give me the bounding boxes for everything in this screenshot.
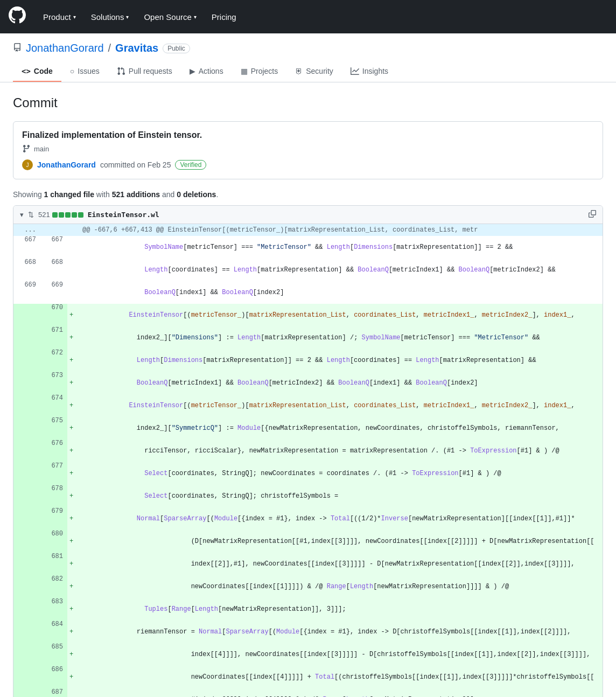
table-row: 681 + index[[2]],#1], newCoordinates[[in… xyxy=(13,553,603,575)
table-row: 669 669 BooleanQ[index1] && BooleanQ[ind… xyxy=(13,281,603,304)
avatar: J xyxy=(22,159,33,170)
line-number-new: 684 xyxy=(40,621,67,643)
line-number-old xyxy=(13,666,40,688)
table-row: 685 + index[[4]]]], newCoordinates[[inde… xyxy=(13,643,603,666)
line-number-new: 675 xyxy=(40,417,67,440)
code-line: Length[coordinates] == Length[matrixRepr… xyxy=(78,259,603,281)
line-number-old xyxy=(13,485,40,507)
insights-icon xyxy=(351,67,359,75)
commit-meta: J JonathanGorard committed on Feb 25 Ver… xyxy=(22,159,594,170)
line-marker: + xyxy=(67,417,78,440)
projects-icon: ▦ xyxy=(241,67,248,75)
line-marker: + xyxy=(67,553,78,575)
table-row: 675 + index2_]["SymmetricQ"] := Module[{… xyxy=(13,417,603,440)
actions-icon: ▶ xyxy=(190,67,195,75)
code-line: ricciTensor, ricciScalar}, newMatrixRepr… xyxy=(78,440,603,462)
diff-hunk-header: ... @@ -667,6 +667,413 @@ EinsteinTensor… xyxy=(13,224,603,236)
line-number-old xyxy=(13,553,40,575)
line-number-new: 683 xyxy=(40,598,67,621)
line-marker: + xyxy=(67,462,78,485)
line-number-new: 679 xyxy=(40,507,67,530)
code-line: index[[2]],#1], newCoordinates[[index[[3… xyxy=(78,553,603,575)
line-marker: + xyxy=(67,440,78,462)
line-marker: + xyxy=(67,688,78,697)
nav-open-source[interactable]: Open Source ▾ xyxy=(142,8,198,26)
nav-pricing[interactable]: Pricing xyxy=(209,8,239,26)
pull-request-icon xyxy=(117,67,125,75)
line-number-old xyxy=(13,417,40,440)
table-row: 677 + Select[coordinates, StringQ]; newC… xyxy=(13,462,603,485)
code-line: BooleanQ[metricIndex1] && BooleanQ[metri… xyxy=(78,372,603,394)
line-number-old xyxy=(13,530,40,553)
line-marker xyxy=(67,259,78,281)
deletions-count: 0 deletions xyxy=(177,190,216,199)
line-number-new: 682 xyxy=(40,575,67,598)
code-line: index[[4]]]], newCoordinates[[index[[3]]… xyxy=(78,643,603,666)
diff-arrows: ⇅ xyxy=(28,211,34,219)
diff-block-2 xyxy=(59,212,64,218)
line-marker: + xyxy=(67,598,78,621)
tab-actions[interactable]: ▶ Actions xyxy=(181,61,232,82)
commit-author[interactable]: JonathanGorard xyxy=(37,161,96,169)
collapse-button[interactable]: ▾ xyxy=(20,211,24,219)
code-line: Select[coordinates, StringQ]; newCoordin… xyxy=(78,462,603,485)
table-row: 686 + newCoordinates[[index[[4]]]]] + To… xyxy=(13,666,603,688)
line-marker: + xyxy=(67,326,78,349)
tab-pull-requests[interactable]: Pull requests xyxy=(108,61,181,82)
diff-table: ... @@ -667,6 +667,413 @@ EinsteinTensor… xyxy=(13,224,603,697)
tab-projects[interactable]: ▦ Projects xyxy=(232,61,287,82)
line-marker: + xyxy=(67,349,78,372)
chevron-down-icon: ▾ xyxy=(126,14,129,20)
code-line: SymbolName[metricTensor] === "MetricTens… xyxy=(78,236,603,259)
line-number-old xyxy=(13,598,40,621)
file-stats: Showing 1 changed file with 521 addition… xyxy=(13,190,603,199)
tab-insights[interactable]: Insights xyxy=(342,61,397,82)
commit-branch: main xyxy=(22,144,594,153)
table-row: 672 + Length[Dimensions[matrixRepresenta… xyxy=(13,349,603,372)
line-marker xyxy=(67,236,78,259)
line-number-old xyxy=(13,394,40,417)
tab-security-label: Security xyxy=(306,67,333,75)
code-line: riemannTensor = Normal[SparseArray[(Modu… xyxy=(78,621,603,643)
line-number-old xyxy=(13,575,40,598)
line-number-new: 673 xyxy=(40,372,67,394)
hunk-expand xyxy=(67,224,78,236)
hunk-text: @@ -667,6 +667,413 @@ EinsteinTensor[(me… xyxy=(78,224,603,236)
file-diff: ▾ ⇅ 521 EinsteinTensor.wl xyxy=(13,205,603,697)
branch-name: main xyxy=(34,145,49,153)
line-number-new: 671 xyxy=(40,326,67,349)
line-number-new: 687 xyxy=(40,688,67,697)
line-number-old xyxy=(13,462,40,485)
tab-issues-label: Issues xyxy=(78,67,99,75)
table-row: 670 + EinsteinTensor[(metricTensor_)[mat… xyxy=(13,304,603,326)
code-line: newCoordinates[[index[[1]]]]) & /@ Range… xyxy=(78,575,603,598)
diff-additions-count: 521 xyxy=(38,211,50,219)
table-row: 684 + riemannTensor = Normal[SparseArray… xyxy=(13,621,603,643)
table-row: 678 + Select[coordinates, StringQ]; chri… xyxy=(13,485,603,507)
line-marker: + xyxy=(67,666,78,688)
github-logo[interactable] xyxy=(9,6,26,27)
nav-product[interactable]: Product ▾ xyxy=(41,8,78,26)
diff-stat: 521 xyxy=(38,211,83,219)
code-line: Normal[SparseArray[(Module[{index = #1},… xyxy=(78,507,603,530)
security-icon: ⛨ xyxy=(295,67,303,75)
tab-issues[interactable]: ○ Issues xyxy=(61,61,108,82)
tab-security[interactable]: ⛨ Security xyxy=(286,61,342,82)
tab-code[interactable]: <> Code xyxy=(13,61,61,82)
nav-solutions[interactable]: Solutions ▾ xyxy=(89,8,131,26)
commit-message: Finalized implementation of Einstein ten… xyxy=(22,130,594,140)
repo-name[interactable]: Gravitas xyxy=(115,42,158,54)
diff-block-3 xyxy=(65,212,71,218)
tab-projects-label: Projects xyxy=(251,67,278,75)
line-number-old: 669 xyxy=(13,281,40,304)
line-number-new: 668 xyxy=(40,259,67,281)
line-marker: + xyxy=(67,575,78,598)
tab-pull-requests-label: Pull requests xyxy=(129,67,172,75)
table-row: 668 668 Length[coordinates] == Length[ma… xyxy=(13,259,603,281)
table-row: 687 + #1,index[[2]],index[[4]]]] & ) /@ … xyxy=(13,688,603,697)
hunk-ln-new xyxy=(40,224,67,236)
line-number-old xyxy=(13,507,40,530)
diff-blocks xyxy=(52,212,83,218)
copy-button[interactable] xyxy=(589,210,596,219)
repo-owner[interactable]: JonathanGorard xyxy=(26,42,104,54)
